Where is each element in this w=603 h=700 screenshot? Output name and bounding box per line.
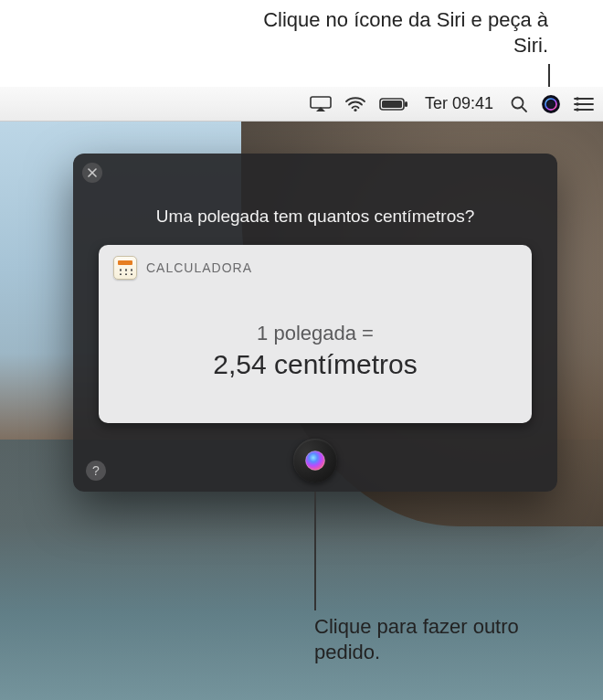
siri-help-button[interactable]: ?	[86, 461, 106, 481]
card-equation-line1: 1 polegada =	[257, 322, 374, 345]
svg-rect-3	[382, 101, 402, 108]
card-equation-line2: 2,54 centímetros	[213, 349, 417, 380]
siri-ask-again-button[interactable]	[293, 439, 337, 483]
menu-bar-clock[interactable]: Ter 09:41	[421, 87, 497, 121]
svg-point-14	[576, 108, 579, 111]
callout-line-top	[548, 64, 550, 87]
svg-point-13	[576, 102, 579, 106]
airplay-icon[interactable]	[310, 87, 332, 121]
svg-rect-4	[405, 101, 407, 107]
battery-icon[interactable]	[379, 87, 408, 121]
menu-bar: Ter 09:41	[0, 87, 603, 122]
notification-center-icon[interactable]	[574, 87, 594, 121]
wifi-icon[interactable]	[344, 87, 366, 121]
siri-result-card[interactable]: CALCULADORA 1 polegada = 2,54 centímetro…	[99, 245, 532, 423]
card-body: 1 polegada = 2,54 centímetros	[99, 287, 532, 423]
card-header: CALCULADORA	[99, 245, 532, 287]
siri-menu-icon[interactable]	[541, 87, 561, 121]
annotation-bottom: Clique para fazer outro pedido.	[314, 614, 588, 664]
siri-window: Uma polegada tem quantos centímetros? CA…	[73, 154, 557, 492]
svg-point-12	[576, 97, 579, 101]
siri-question-text: Uma polegada tem quantos centímetros?	[73, 207, 557, 227]
svg-rect-0	[311, 97, 331, 108]
svg-point-7	[542, 95, 560, 113]
spotlight-icon[interactable]	[510, 87, 528, 121]
annotation-top: Clique no ícone da Siri e peça à Siri.	[256, 7, 548, 58]
callout-line-bottom	[314, 492, 316, 610]
close-button[interactable]	[82, 163, 102, 183]
svg-point-1	[354, 108, 356, 111]
card-app-title: CALCULADORA	[146, 260, 252, 275]
svg-line-6	[522, 107, 526, 111]
calculator-icon	[113, 256, 137, 280]
